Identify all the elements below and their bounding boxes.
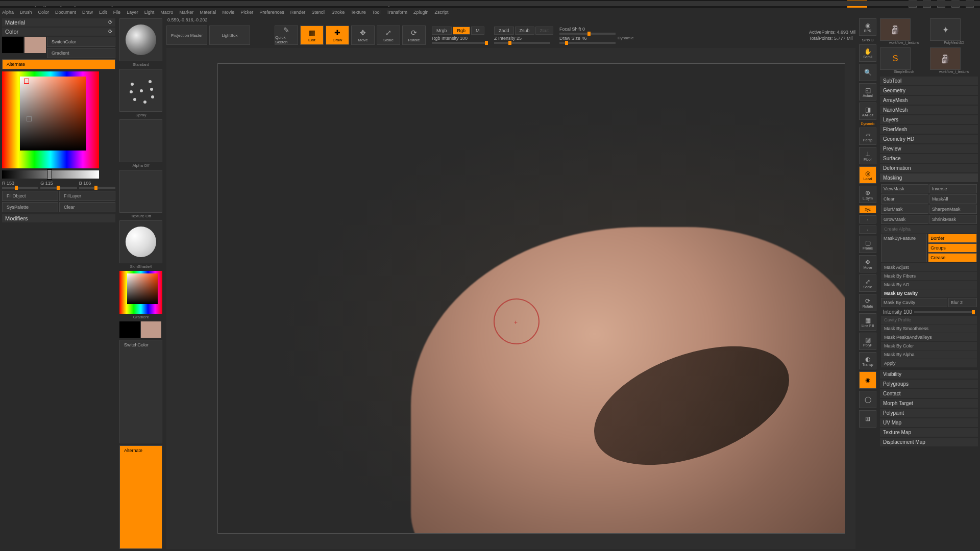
tool-thumb-1[interactable]: 🗿 xyxy=(880,18,911,41)
section-preview[interactable]: Preview xyxy=(880,144,978,153)
maskadjust-item[interactable]: Mask Adjust xyxy=(881,263,977,271)
transp-button[interactable]: ◐Transp xyxy=(859,352,876,369)
shrinkmask-button[interactable]: ShrinkMask xyxy=(929,215,977,224)
color-header[interactable]: Color⟳ xyxy=(2,28,115,36)
mrgb-button[interactable]: Mrgb xyxy=(432,27,452,35)
polyf-button[interactable]: ▨PolyF xyxy=(859,333,876,350)
r-slider[interactable] xyxy=(2,187,38,189)
spix-label[interactable]: SPix 3 xyxy=(862,38,873,42)
tool-thumb-3[interactable]: S xyxy=(880,47,911,70)
menu-picker[interactable]: Picker xyxy=(240,10,253,15)
viewmask-button[interactable]: ViewMask xyxy=(881,184,928,193)
primary-swatch[interactable] xyxy=(141,321,161,338)
section-polygroups[interactable]: Polygroups xyxy=(880,380,978,388)
section-arraymesh[interactable]: ArrayMesh xyxy=(880,96,978,105)
maskbysmoothness-item[interactable]: Mask By Smoothness xyxy=(881,324,977,333)
section-subtool[interactable]: SubTool xyxy=(880,77,978,85)
switchcolor-button[interactable]: SwitchColor xyxy=(47,37,115,47)
alternate-button-2[interactable]: Alternate xyxy=(119,445,162,549)
menu-edit[interactable]: Edit xyxy=(99,10,107,15)
move-button[interactable]: ✥Move xyxy=(351,26,375,45)
menu-stencil[interactable]: Stencil xyxy=(311,10,325,15)
intensity-slider[interactable] xyxy=(914,311,975,313)
blur-value[interactable]: Blur 2 xyxy=(948,298,977,307)
draw-button[interactable]: ✚Draw xyxy=(326,26,349,45)
filllayer-button[interactable]: FillLayer xyxy=(59,191,115,201)
section-visibility[interactable]: Visibility xyxy=(880,370,978,379)
scale-nav-button[interactable]: ⤢Scale xyxy=(859,274,876,292)
rotate-button[interactable]: ⟳Rotate xyxy=(402,26,426,45)
tool-thumb-2[interactable]: ✦ xyxy=(930,18,961,41)
gradient-button[interactable]: Gradient xyxy=(47,48,115,58)
maskbyfibers-item[interactable]: Mask By Fibers xyxy=(881,272,977,280)
primary-color-swatch[interactable] xyxy=(24,37,46,53)
viewport[interactable]: + xyxy=(217,63,845,534)
aahalf-button[interactable]: ◨AAHalf xyxy=(859,103,876,120)
zsub-button[interactable]: Zsub xyxy=(515,27,534,35)
section-geometryhd[interactable]: Geometry HD xyxy=(880,135,978,143)
growmask-button[interactable]: GrowMask xyxy=(881,215,928,224)
scroll-button[interactable]: ✋Scroll xyxy=(859,44,876,62)
refresh-icon[interactable]: ⟳ xyxy=(108,19,112,26)
maskpeaksvalleys-item[interactable]: Mask PeaksAndValleys xyxy=(881,333,977,341)
menu-file[interactable]: File xyxy=(113,10,121,15)
section-displacementmap[interactable]: Displacement Map xyxy=(880,438,978,446)
material-header[interactable]: Material⟳ xyxy=(2,18,115,27)
dynamic-label[interactable]: Dynamic xyxy=(618,36,633,44)
menu-draw[interactable]: Draw xyxy=(82,10,93,15)
section-masking[interactable]: Masking xyxy=(880,173,978,182)
section-geometry[interactable]: Geometry xyxy=(880,86,978,95)
menu-material[interactable]: Material xyxy=(200,10,216,15)
menu-transform[interactable]: Transform xyxy=(386,10,407,15)
actual-button[interactable]: ◱Actual xyxy=(859,83,876,101)
zcut-button[interactable]: Zcut xyxy=(535,27,554,35)
solo-button[interactable]: ◉ xyxy=(859,371,876,389)
lightbox-button[interactable]: LightBox xyxy=(209,26,250,45)
section-layers[interactable]: Layers xyxy=(880,115,978,124)
menu-brush[interactable]: Brush xyxy=(20,10,32,15)
section-uvmap[interactable]: UV Map xyxy=(880,418,978,427)
z-intensity-slider[interactable]: Z Intensity 25 xyxy=(494,36,550,44)
crease-button[interactable]: Crease xyxy=(928,253,977,262)
section-nanomesh[interactable]: NanoMesh xyxy=(880,106,978,114)
maskbyfeature-button[interactable]: MaskByFeature xyxy=(881,234,927,262)
edit-button[interactable]: ▦Edit xyxy=(300,26,324,45)
menu-render[interactable]: Render xyxy=(290,10,306,15)
section-polypaint[interactable]: Polypaint xyxy=(880,409,978,417)
draw-size-slider[interactable]: Draw Size 46 xyxy=(559,36,616,44)
color-picker[interactable] xyxy=(2,71,99,168)
menu-movie[interactable]: Movie xyxy=(222,10,234,15)
fillobject-button[interactable]: FillObject xyxy=(2,191,58,201)
cavityprofile-item[interactable]: Cavity Profile xyxy=(881,316,977,324)
grayscale-slider[interactable] xyxy=(2,170,99,179)
border-button[interactable]: Border xyxy=(928,234,977,243)
grid-button[interactable]: ⊞ xyxy=(859,410,876,428)
lsym-button[interactable]: ⊕L.Sym xyxy=(859,186,876,203)
maskbycolor-item[interactable]: Mask By Color xyxy=(881,342,977,350)
zoom-button[interactable]: 🔍 xyxy=(859,64,876,81)
menu-color[interactable]: Color xyxy=(38,10,50,15)
menu-document[interactable]: Document xyxy=(55,10,76,15)
move-nav-button[interactable]: ✥Move xyxy=(859,255,876,272)
alternate-button[interactable]: Alternate xyxy=(2,59,115,69)
brush-thumb[interactable] xyxy=(119,18,162,61)
apply-button[interactable]: Apply xyxy=(881,359,977,367)
floor-button[interactable]: ⊥Floor xyxy=(859,147,876,164)
section-fibermesh[interactable]: FiberMesh xyxy=(880,125,978,134)
rotate-nav-button[interactable]: ⟳Rotate xyxy=(859,294,876,311)
menu-marker[interactable]: Marker xyxy=(179,10,193,15)
switchcolor-button-2[interactable]: SwitchColor xyxy=(119,340,162,443)
section-contact[interactable]: Contact xyxy=(880,389,978,398)
m-button[interactable]: M xyxy=(471,27,484,35)
sharpenmask-button[interactable]: SharpenMask xyxy=(929,205,977,214)
texture-thumb[interactable] xyxy=(119,170,162,213)
linefill-button[interactable]: ▦Line Fill xyxy=(859,313,876,331)
ghost-button[interactable]: ◯ xyxy=(859,391,876,408)
menu-macro[interactable]: Macro xyxy=(160,10,173,15)
rgb-button[interactable]: Rgb xyxy=(453,27,471,35)
g-slider[interactable] xyxy=(40,187,77,189)
maskall-button[interactable]: MaskAll xyxy=(929,194,977,204)
xyz-button[interactable]: Xyz xyxy=(859,205,876,213)
clear-button[interactable]: Clear xyxy=(59,202,115,212)
stroke-thumb[interactable] xyxy=(119,69,162,112)
